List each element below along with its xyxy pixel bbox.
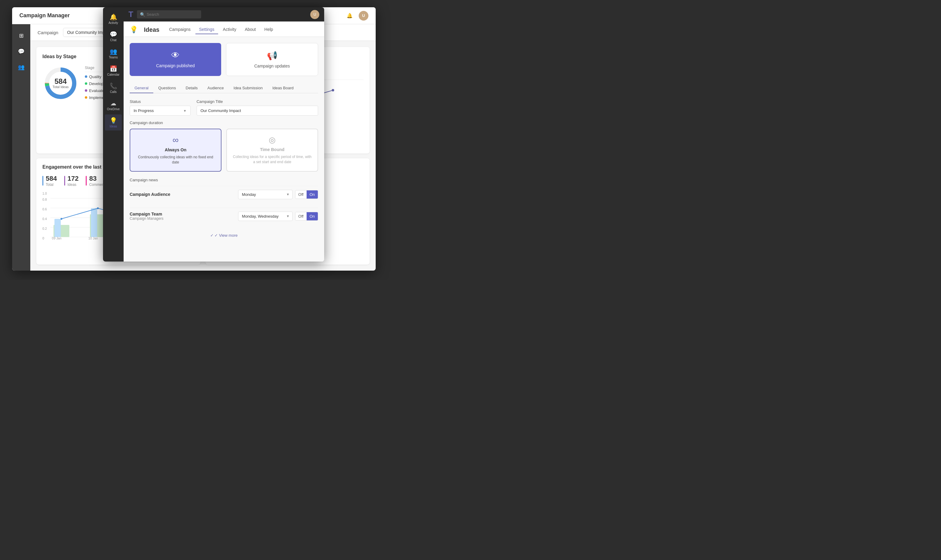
teams-nav-teams[interactable]: 👥 Teams xyxy=(105,45,122,62)
svg-point-25 xyxy=(60,218,62,220)
campaign-title-label: Campaign Title xyxy=(197,99,318,104)
audience-title: Campaign Audience xyxy=(130,192,178,197)
sidebar-icon-grid[interactable]: ⊞ xyxy=(15,29,28,42)
search-wrapper: 🔍 xyxy=(137,10,307,18)
tab-help[interactable]: Help xyxy=(261,25,277,34)
audience-toggle-on[interactable]: On xyxy=(307,191,318,198)
teams-nav-ideas[interactable]: 💡 Ideas xyxy=(105,114,122,131)
team-dropdown-wrapper: Monday, Wednesday Monday Wednesday ▼ xyxy=(238,212,293,221)
settings-tab-details[interactable]: Details xyxy=(181,83,203,93)
ideas-panel-icon: 💡 xyxy=(130,26,138,34)
settings-tab-idea-submission[interactable]: Idea Submission xyxy=(229,83,267,93)
duration-label: Campaign duration xyxy=(130,120,318,125)
status-select[interactable]: In Progress ▼ xyxy=(130,106,191,115)
teams-logo: T xyxy=(128,10,133,19)
team-dropdown[interactable]: Monday, Wednesday Monday Wednesday xyxy=(238,212,293,221)
campaign-updates-label: Campaign updates xyxy=(254,63,290,68)
ideas-nav-icon: 💡 xyxy=(110,117,117,124)
ideas-content: 👁 Campaign published 📢 Campaign updates … xyxy=(123,37,324,262)
chat-icon: 💬 xyxy=(110,31,117,38)
svg-text:0.4: 0.4 xyxy=(42,217,47,221)
ideas-nav-tabs: Campaigns Settings Activity About Help xyxy=(165,25,277,34)
teams-avatar[interactable]: U xyxy=(310,10,319,19)
news-row-team: Campaign Team Campaign Managers Monday, … xyxy=(130,208,318,225)
tab-about[interactable]: About xyxy=(241,25,260,34)
audience-dropdown[interactable]: Monday Tuesday Wednesday xyxy=(238,190,293,199)
view-more-link[interactable]: ✓ ✓ View more xyxy=(130,229,318,241)
duration-cards: ∞ Always On Continuously collecting idea… xyxy=(130,129,318,172)
team-toggle-on[interactable]: On xyxy=(307,212,318,220)
audience-controls: Monday Tuesday Wednesday ▼ Off On xyxy=(238,190,318,199)
campaign-cards-row: 👁 Campaign published 📢 Campaign updates xyxy=(130,43,318,76)
search-input[interactable] xyxy=(137,10,201,18)
svg-rect-22 xyxy=(91,208,97,237)
svg-text:10 Jan: 10 Jan xyxy=(88,237,98,240)
tab-settings[interactable]: Settings xyxy=(195,25,218,34)
status-value: In Progress xyxy=(134,108,154,113)
search-icon: 🔍 xyxy=(140,12,145,17)
always-on-card[interactable]: ∞ Always On Continuously collecting idea… xyxy=(130,129,221,172)
svg-text:1.0: 1.0 xyxy=(42,192,47,195)
form-group-campaign-title: Campaign Title xyxy=(197,99,318,115)
teams-icon: 👥 xyxy=(110,48,117,55)
svg-point-26 xyxy=(97,207,99,209)
time-bound-icon: ◎ xyxy=(269,135,276,145)
tab-activity[interactable]: Activity xyxy=(219,25,240,34)
campaign-label: Campaign xyxy=(37,30,58,35)
settings-tab-questions[interactable]: Questions xyxy=(153,83,181,93)
campaign-published-card[interactable]: 👁 Campaign published xyxy=(130,43,221,76)
svg-rect-21 xyxy=(54,219,61,237)
campaign-published-label: Campaign published xyxy=(156,63,195,68)
notification-icon[interactable]: 🔔 xyxy=(346,11,354,20)
duration-section: Campaign duration ∞ Always On Continuous… xyxy=(130,120,318,172)
news-audience-label-group: Campaign Audience xyxy=(130,192,178,197)
audience-dropdown-wrapper: Monday Tuesday Wednesday ▼ xyxy=(238,190,293,199)
settings-tab-ideas-board[interactable]: Ideas Board xyxy=(267,83,298,93)
audience-toggle: Off On xyxy=(295,190,318,199)
campaign-title-input[interactable] xyxy=(197,106,318,115)
app-title: Campaign Manager xyxy=(19,12,70,19)
eng-stat-ideas: 172 Ideas xyxy=(64,175,79,187)
calls-icon: 📞 xyxy=(110,82,117,89)
megaphone-icon: 📢 xyxy=(267,51,278,60)
settings-tab-general[interactable]: General xyxy=(130,83,153,93)
time-bound-card[interactable]: ◎ Time Bound Collecting ideas for a spec… xyxy=(226,129,318,172)
team-controls: Monday, Wednesday Monday Wednesday ▼ Off… xyxy=(238,212,318,221)
news-row-audience: Campaign Audience Monday Tuesday Wednesd… xyxy=(130,186,318,203)
svg-text:0.6: 0.6 xyxy=(42,208,47,211)
teams-nav-onedrive[interactable]: ☁ OneDrive xyxy=(105,97,122,113)
donut-chart: 584 Total Ideas xyxy=(42,65,79,102)
user-avatar[interactable]: U xyxy=(359,11,369,21)
sidebar-icon-users[interactable]: 👥 xyxy=(15,60,28,74)
teams-nav-calendar[interactable]: 📅 Calendar xyxy=(105,63,122,79)
teams-nav: 🔔 Activity 💬 Chat 👥 Teams 📅 Calendar 📞 C… xyxy=(103,7,123,262)
teams-nav-calls[interactable]: 📞 Calls xyxy=(105,80,122,96)
status-dropdown-wrapper: In Progress ▼ xyxy=(130,106,191,115)
teams-nav-chat[interactable]: 💬 Chat xyxy=(105,28,122,44)
eye-icon: 👁 xyxy=(171,50,180,60)
svg-text:0: 0 xyxy=(42,237,44,240)
onedrive-icon: ☁ xyxy=(110,100,116,107)
time-bound-title: Time Bound xyxy=(260,147,284,152)
sidebar-icon-chat[interactable]: 💬 xyxy=(15,45,28,58)
teams-header: T 🔍 U xyxy=(123,7,324,22)
calendar-icon: 📅 xyxy=(110,65,117,72)
ideas-panel-title-row: 💡 Ideas Campaigns Settings Activity Abou… xyxy=(130,25,318,34)
eng-stat-total: 584 Total xyxy=(42,175,57,187)
svg-text:0.8: 0.8 xyxy=(42,198,47,201)
status-chevron-icon: ▼ xyxy=(183,109,187,112)
team-sub: Campaign Managers xyxy=(130,217,178,221)
teams-nav-activity[interactable]: 🔔 Activity xyxy=(105,11,122,27)
settings-tabs: General Questions Details Audience Idea … xyxy=(130,83,318,93)
settings-tab-audience[interactable]: Audience xyxy=(203,83,229,93)
always-on-title: Always On xyxy=(165,148,187,152)
audience-toggle-off[interactable]: Off xyxy=(295,191,307,198)
svg-point-5 xyxy=(332,89,334,91)
teams-overlay: 🔔 Activity 💬 Chat 👥 Teams 📅 Calendar 📞 C… xyxy=(103,7,324,262)
ideas-panel: 💡 Ideas Campaigns Settings Activity Abou… xyxy=(123,22,324,262)
team-toggle: Off On xyxy=(295,212,318,221)
campaign-updates-card[interactable]: 📢 Campaign updates xyxy=(226,43,318,76)
status-label: Status xyxy=(130,99,191,104)
tab-campaigns[interactable]: Campaigns xyxy=(165,25,194,34)
team-toggle-off[interactable]: Off xyxy=(295,212,307,220)
